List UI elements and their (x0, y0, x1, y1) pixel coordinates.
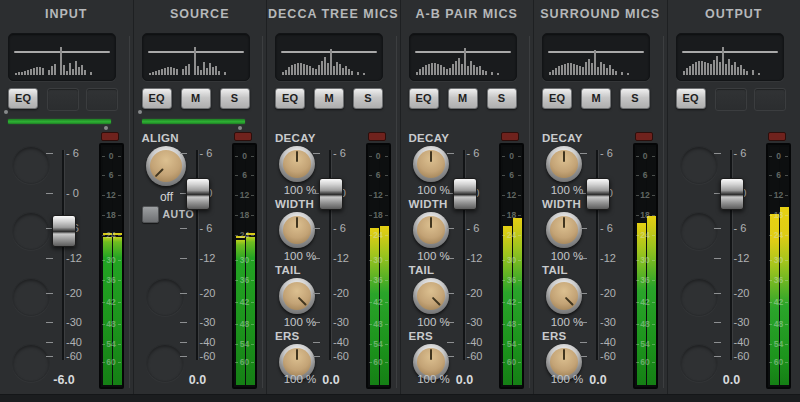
tail-label: TAIL (409, 264, 435, 276)
solo-button-slot-empty (754, 88, 786, 111)
tail-value: 100 % (407, 316, 461, 328)
meter-left-fill (103, 237, 112, 385)
solo-button-slot-empty (86, 88, 118, 111)
tail-knob[interactable] (279, 278, 315, 314)
meter-left-column (370, 147, 379, 385)
knob-pointer (283, 216, 311, 244)
knob-pointer (417, 348, 445, 376)
tail-label: TAIL (275, 264, 301, 276)
tail-control: TAIL 100 % (273, 264, 327, 322)
strip-title: OUTPUT (668, 7, 800, 21)
fader-handle[interactable] (319, 178, 343, 210)
tail-value: 100 % (540, 316, 594, 328)
eq-button[interactable]: EQ (409, 88, 439, 109)
fader-value: 0.0 (572, 373, 624, 387)
meter-left-column (503, 147, 512, 385)
knob-pointer (550, 216, 578, 244)
tail-knob[interactable] (413, 278, 449, 314)
width-label: WIDTH (542, 198, 581, 210)
knob-slot-empty (146, 278, 184, 316)
fader-value: 0.0 (172, 373, 224, 387)
fader-handle[interactable] (453, 178, 477, 210)
width-value: 100 % (540, 250, 594, 262)
channel-strip-output: OUTPUT EQ - 6- 0- 6-12-20-30-40-60 0.0 0… (668, 0, 800, 394)
tail-control: TAIL 100 % (407, 264, 461, 322)
level-meter: 06121824303642485460 (366, 143, 391, 389)
meter-right-column (380, 147, 389, 385)
knob-pointer (417, 216, 445, 244)
mute-button-slot-empty (715, 88, 747, 111)
stereo-width-slider[interactable] (8, 119, 111, 124)
decay-knob[interactable] (413, 146, 449, 182)
mute-button-slot-empty (47, 88, 79, 111)
knob-slot-empty (680, 278, 718, 316)
bottom-band (0, 394, 800, 402)
width-value: 100 % (407, 250, 461, 262)
fader-handle[interactable] (186, 178, 210, 210)
clip-led (768, 132, 786, 141)
mute-button[interactable]: M (448, 88, 478, 109)
meter-right-fill (113, 237, 122, 385)
spectrum-display (409, 33, 517, 81)
meter-right-column (513, 147, 522, 385)
eq-button[interactable]: EQ (275, 88, 305, 109)
solo-button[interactable]: S (353, 88, 383, 109)
knob-pointer (550, 150, 578, 178)
fader-handle[interactable] (52, 215, 76, 247)
channel-strip-source: SOURCE EQ M S ALIGN off AUTO - 6- 0- 6-1… (134, 0, 268, 394)
mute-button[interactable]: M (181, 88, 211, 109)
align-label: ALIGN (142, 132, 179, 144)
width-knob[interactable] (413, 212, 449, 248)
level-meter: 06121824303642485460 (232, 143, 257, 389)
meter-right-column (246, 147, 255, 385)
eq-button[interactable]: EQ (8, 88, 38, 109)
auto-checkbox[interactable] (142, 206, 159, 223)
decay-knob[interactable] (546, 146, 582, 182)
knob-slot-empty (12, 278, 50, 316)
meter-left-fill (370, 228, 379, 385)
tail-label: TAIL (542, 264, 568, 276)
ers-label: ERS (542, 330, 567, 342)
level-meter: 06121824303642485460 (99, 143, 124, 389)
fader-track[interactable] (62, 150, 64, 360)
spectrum-bars (549, 39, 646, 75)
tail-knob[interactable] (546, 278, 582, 314)
knob-slot-empty (680, 212, 718, 250)
mixer-rack: INPUT EQ - 6- 0- 6-12-20-30-40-60 -6.0 0… (0, 0, 800, 394)
decay-label: DECAY (542, 132, 583, 144)
strip-title: DECCA TREE MICS (267, 7, 400, 21)
strip-title: SURROUND MICS (534, 7, 667, 21)
knob-pointer (283, 348, 311, 376)
solo-button[interactable]: S (487, 88, 517, 109)
knob-pointer (143, 143, 188, 188)
fader-handle[interactable] (586, 178, 610, 210)
fader-handle[interactable] (720, 178, 744, 210)
meter-left-column (637, 147, 646, 385)
fader-value: 0.0 (439, 373, 491, 387)
width-label: WIDTH (409, 198, 448, 210)
tail-value: 100 % (273, 316, 327, 328)
width-knob[interactable] (546, 212, 582, 248)
spectrum-bars (416, 39, 513, 75)
align-knob[interactable] (146, 146, 186, 186)
meter-right-fill (513, 218, 522, 385)
clip-led (101, 132, 119, 141)
meter-left-column (103, 147, 112, 385)
meter-right-fill (780, 207, 789, 386)
eq-button[interactable]: EQ (676, 88, 706, 109)
mute-button[interactable]: M (581, 88, 611, 109)
eq-button[interactable]: EQ (142, 88, 172, 109)
knob-slot-empty (680, 146, 718, 184)
solo-button[interactable]: S (620, 88, 650, 109)
level-meter: 06121824303642485460 (633, 143, 658, 389)
eq-button[interactable]: EQ (542, 88, 572, 109)
level-meter: 06121824303642485460 (766, 143, 791, 389)
width-knob[interactable] (279, 212, 315, 248)
decay-knob[interactable] (279, 146, 315, 182)
spectrum-display (142, 33, 250, 81)
stereo-width-slider[interactable] (142, 119, 245, 124)
fader-value: 0.0 (305, 373, 357, 387)
solo-button[interactable]: S (220, 88, 250, 109)
mute-button[interactable]: M (314, 88, 344, 109)
pan-slider-dot (104, 126, 108, 130)
